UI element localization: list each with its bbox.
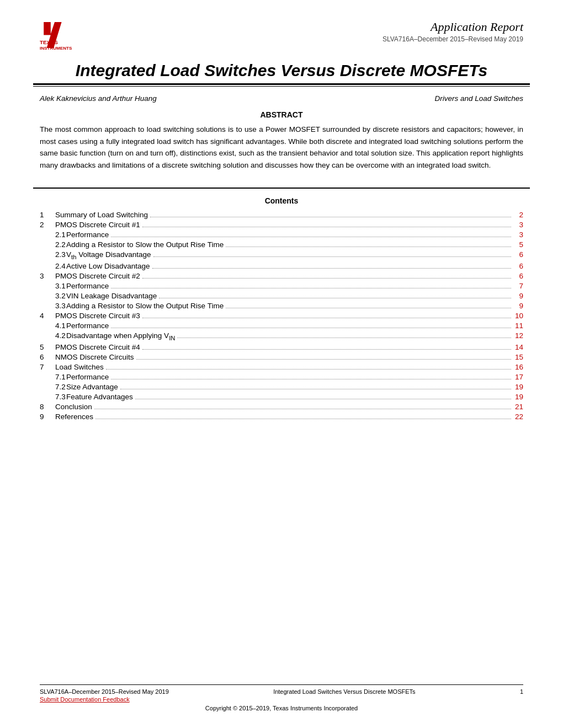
- toc-dots: [159, 298, 511, 298]
- ti-logo: TEXAS INSTRUMENTS: [40, 20, 89, 50]
- toc-page-link[interactable]: 14: [513, 343, 523, 351]
- toc-title-text: References: [55, 413, 93, 421]
- toc-row: 2 PMOS Discrete Circuit #1 3: [40, 221, 523, 229]
- toc-page-link[interactable]: 19: [513, 383, 523, 391]
- toc-sub-num: 2.1: [55, 231, 66, 239]
- toc-sub-indent: [40, 302, 55, 310]
- toc-page-link[interactable]: 22: [513, 413, 523, 421]
- toc-title-text: Performance: [66, 322, 109, 330]
- toc-sub-num: 2.4: [55, 262, 66, 270]
- toc-row: 1 Summary of Load Switching 2: [40, 211, 523, 219]
- toc-dots: [177, 338, 511, 338]
- toc-page-link[interactable]: 16: [513, 363, 523, 371]
- toc-title: Size Advantage 19: [66, 383, 523, 391]
- toc-title: Performance 17: [66, 373, 523, 381]
- toc-title: Conclusion 21: [55, 403, 523, 411]
- page: TEXAS INSTRUMENTS Application Report SLV…: [0, 0, 563, 728]
- toc-title: Feature Advantages 19: [66, 393, 523, 401]
- toc-page-link[interactable]: 15: [513, 353, 523, 361]
- toc-section-num: 5: [40, 343, 55, 351]
- ti-logo-svg: TEXAS INSTRUMENTS: [40, 20, 89, 50]
- svg-text:TEXAS: TEXAS: [40, 39, 58, 45]
- toc-row: 5 PMOS Discrete Circuit #4 14: [40, 343, 523, 351]
- toc-dots: [226, 247, 511, 247]
- toc-sub-indent: [40, 240, 55, 249]
- toc-row: 4.1 Performance 11: [40, 322, 523, 330]
- toc-row: 3 PMOS Discrete Circuit #2 6: [40, 272, 523, 280]
- toc-page-link[interactable]: 6: [513, 272, 523, 280]
- toc-page-link[interactable]: 21: [513, 403, 523, 411]
- toc-sub-indent: [40, 231, 55, 239]
- toc-title-text: Performance: [66, 231, 109, 239]
- toc-container: 1 Summary of Load Switching 2 2 PMOS Dis…: [40, 211, 523, 420]
- toc-dots: [226, 308, 511, 308]
- toc-title: PMOS Discrete Circuit #1 3: [55, 221, 523, 229]
- toc-row: 7 Load Switches 16: [40, 363, 523, 371]
- toc-page-link[interactable]: 12: [513, 331, 523, 340]
- toc-title-text: Summary of Load Switching: [55, 211, 148, 219]
- toc-title-text: NMOS Discrete Circuits: [55, 353, 134, 361]
- toc-row: 2.1 Performance 3: [40, 231, 523, 239]
- toc-title-text: Conclusion: [55, 403, 92, 411]
- toc-dots: [142, 349, 511, 350]
- toc-page-link[interactable]: 2: [513, 211, 523, 219]
- toc-dots: [120, 389, 511, 389]
- toc-page-link[interactable]: 9: [513, 292, 523, 300]
- toc-title: Load Switches 16: [55, 363, 523, 371]
- toc-row: 4.2 Disadvantage when Applying VIN 12: [40, 331, 523, 341]
- toc-page-link[interactable]: 3: [513, 231, 523, 239]
- toc-dots: [150, 217, 511, 217]
- toc-section-num: 8: [40, 403, 55, 411]
- toc-dots: [153, 256, 511, 257]
- authors-line: Alek Kaknevicius and Arthur Huang Driver…: [0, 87, 563, 108]
- toc-title-text: Adding a Resistor to Slow the Output Ris…: [66, 302, 224, 310]
- toc-page-link[interactable]: 3: [513, 221, 523, 229]
- toc-sub-indent: [40, 393, 55, 401]
- toc-sub-indent: [40, 331, 55, 340]
- title-divider-thick: [33, 83, 530, 85]
- toc-row: 7.2 Size Advantage 19: [40, 383, 523, 391]
- toc-dots: [111, 328, 511, 328]
- toc-section-num: 6: [40, 353, 55, 361]
- toc-dots: [152, 268, 511, 269]
- toc-page-link[interactable]: 9: [513, 302, 523, 310]
- toc-sub-indent: [40, 383, 55, 391]
- page-title: Integrated Load Switches Versus Discrete…: [33, 61, 530, 80]
- abstract-text: The most common approach to load switchi…: [40, 124, 523, 171]
- toc-page-link[interactable]: 5: [513, 240, 523, 249]
- toc-sub-indent: [40, 250, 55, 259]
- toc-page-link[interactable]: 6: [513, 250, 523, 259]
- toc-section-num: 1: [40, 211, 55, 219]
- feedback-link[interactable]: Submit Documentation Feedback: [40, 696, 169, 703]
- toc-page-link[interactable]: 10: [513, 312, 523, 320]
- authors-group: Drivers and Load Switches: [434, 94, 523, 103]
- toc-title: PMOS Discrete Circuit #2 6: [55, 272, 523, 280]
- toc-title-text: Feature Advantages: [66, 393, 133, 401]
- toc-title-text: Size Advantage: [66, 383, 118, 391]
- footer-center: Integrated Load Switches Versus Discrete…: [169, 688, 520, 695]
- toc-page-link[interactable]: 7: [513, 282, 523, 290]
- footer-center-text: Integrated Load Switches Versus Discrete…: [273, 688, 415, 695]
- footer-copyright: Copyright © 2015–2019, Texas Instruments…: [40, 705, 523, 711]
- toc-row: 9 References 22: [40, 413, 523, 421]
- toc-row: 4 PMOS Discrete Circuit #3 10: [40, 312, 523, 320]
- toc-page-link[interactable]: 19: [513, 393, 523, 401]
- toc-title: Disadvantage when Applying VIN 12: [66, 331, 523, 341]
- toc-title: NMOS Discrete Circuits 15: [55, 353, 523, 361]
- toc-dots: [111, 379, 511, 379]
- toc-page-link[interactable]: 11: [513, 322, 523, 330]
- toc-title: Adding a Resistor to Slow the Output Ris…: [66, 302, 523, 310]
- toc-page-link[interactable]: 6: [513, 262, 523, 270]
- footer-page-num: 1: [520, 688, 523, 695]
- toc-sub-num: 3.2: [55, 292, 66, 300]
- toc-title-text: Performance: [66, 373, 109, 381]
- footer-left: SLVA716A–December 2015–Revised May 2019 …: [40, 688, 169, 703]
- toc-dots: [135, 399, 511, 399]
- toc-sub-num: 3.3: [55, 302, 66, 310]
- toc-sub-indent: [40, 373, 55, 381]
- toc-page-link[interactable]: 17: [513, 373, 523, 381]
- footer: SLVA716A–December 2015–Revised May 2019 …: [0, 684, 563, 711]
- toc-dots: [106, 369, 511, 370]
- toc-title-text: Load Switches: [55, 363, 104, 371]
- toc-title: Summary of Load Switching 2: [55, 211, 523, 219]
